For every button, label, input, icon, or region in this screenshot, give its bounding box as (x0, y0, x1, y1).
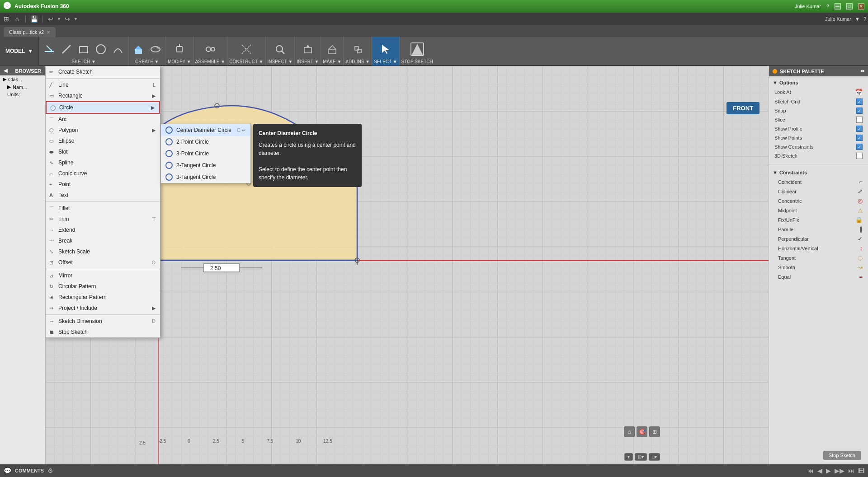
modify-section-label[interactable]: MODIFY ▼ (168, 59, 191, 65)
addins-icon[interactable] (349, 41, 366, 57)
concentric-icon[interactable]: ◎ (858, 197, 863, 204)
sketch-grid-checkbox[interactable] (856, 98, 863, 105)
menu-item-rectangular-pattern[interactable]: ⊞ Rectangular Pattern (46, 292, 160, 303)
make-icon[interactable] (324, 41, 340, 57)
submenu-3tangent-circle[interactable]: 3-Tangent Circle (161, 171, 250, 183)
inspect-section-label[interactable]: INSPECT ▼ (268, 59, 293, 65)
save-icon[interactable]: 💾 (29, 14, 38, 23)
stop-sketch-palette-button[interactable]: Stop Sketch (823, 451, 861, 460)
nav-home-button[interactable]: ⌂ (624, 426, 635, 437)
grid-button[interactable]: ⊞▾ (635, 453, 647, 461)
menu-item-trim[interactable]: ✂ Trim T (46, 214, 160, 224)
select-section-label[interactable]: SELECT ▼ (374, 59, 397, 65)
stop-sketch-toolbar-icon[interactable] (409, 41, 425, 57)
minimize-button[interactable]: — (835, 3, 841, 9)
snap-checkbox[interactable] (856, 108, 863, 114)
coincident-icon[interactable]: ⌐ (859, 178, 863, 185)
sketch-circle-icon[interactable] (93, 41, 109, 57)
construct-icon[interactable] (238, 41, 255, 57)
create-revolve-icon[interactable] (147, 41, 164, 57)
constraints-section-header[interactable]: ▼ Constraints (769, 168, 868, 177)
slice-checkbox[interactable] (856, 117, 863, 123)
midpoint-icon[interactable]: △ (858, 207, 863, 214)
menu-item-stop-sketch[interactable]: ⏹ Stop Sketch (46, 327, 160, 337)
create-section-label[interactable]: CREATE ▼ (135, 59, 159, 65)
sketch-create-sketch-icon[interactable] (41, 41, 57, 57)
stop-sketch-label[interactable]: STOP SKETCH (401, 59, 433, 65)
menu-item-fillet[interactable]: ⌒ Fillet (46, 203, 160, 214)
display-mode-button[interactable]: ▾ (624, 453, 633, 461)
menu-item-ellipse[interactable]: ⬭ Ellipse (46, 136, 160, 146)
menu-item-sketch-scale[interactable]: ⤡ Sketch Scale (46, 246, 160, 257)
help-menu-icon[interactable]: ? (863, 16, 866, 22)
make-section-label[interactable]: MAKE ▼ (323, 59, 341, 65)
menu-item-text[interactable]: A Text (46, 190, 160, 201)
browser-item-class[interactable]: ▶ Clas... (0, 75, 45, 83)
playback-play-button[interactable]: ▶ (826, 467, 831, 474)
submenu-center-diameter-circle[interactable]: Center Diameter Circle C ↵ (161, 124, 250, 136)
view-cube-button[interactable]: □▾ (649, 453, 660, 461)
undo-icon[interactable]: ↩ (46, 14, 55, 23)
menu-item-break[interactable]: ⋯ Break (46, 235, 160, 246)
modify-icon[interactable] (171, 41, 188, 57)
menu-item-circular-pattern[interactable]: ↻ Circular Pattern (46, 281, 160, 292)
menu-item-create-sketch[interactable]: ✏ Create Sketch (46, 66, 160, 77)
construct-section-label[interactable]: CONSTRUCT ▼ (229, 59, 263, 65)
nav-look-at-button[interactable]: 🎯 (637, 426, 647, 437)
browser-collapse-icon[interactable]: ◀ (4, 68, 7, 74)
colinear-icon[interactable]: ⤢ (858, 188, 863, 195)
sketch-section-label[interactable]: SKETCH ▼ (72, 59, 96, 65)
create-extrude-icon[interactable] (130, 41, 146, 57)
show-points-checkbox[interactable] (856, 135, 863, 141)
select-icon[interactable] (377, 41, 394, 57)
options-section-header[interactable]: ▼ Options (769, 78, 868, 87)
restore-button[interactable]: □ (846, 3, 853, 9)
playback-first-button[interactable]: ⏮ (807, 467, 814, 474)
menu-item-polygon[interactable]: ⬡ Polygon ▶ (46, 125, 160, 136)
inspect-icon[interactable] (272, 41, 288, 57)
menu-item-line[interactable]: ╱ Line L (46, 80, 160, 90)
insert-section-label[interactable]: INSERT ▼ (297, 59, 319, 65)
model-button[interactable]: MODEL ▼ (0, 37, 39, 65)
help-button[interactable]: ? (826, 4, 829, 9)
nav-zoom-extent-button[interactable]: ⊞ (649, 426, 660, 437)
smooth-icon[interactable]: ↝ (858, 264, 863, 271)
menu-item-extend[interactable]: → Extend (46, 224, 160, 235)
close-button[interactable]: ✕ (858, 3, 864, 9)
perpendicular-icon[interactable]: ✓ (858, 235, 863, 242)
sketch-arc-icon[interactable] (110, 41, 126, 57)
menu-item-conic-curve[interactable]: ⌓ Conic curve (46, 168, 160, 179)
parallel-icon[interactable]: ∥ (859, 226, 863, 233)
redo-icon[interactable]: ↪ (63, 14, 72, 23)
submenu-2tangent-circle[interactable]: 2-Tangent Circle (161, 159, 250, 171)
menu-item-project-include[interactable]: ⇒ Project / Include ▶ (46, 303, 160, 313)
playback-next-button[interactable]: ▶▶ (835, 467, 844, 474)
browser-item-name[interactable]: ▶ Nam... (0, 83, 45, 91)
show-profile-checkbox[interactable] (856, 126, 863, 132)
insert-icon[interactable] (300, 41, 316, 57)
menu-item-slot[interactable]: ⬬ Slot (46, 146, 160, 157)
menu-item-arc[interactable]: ⌒ Arc (46, 114, 160, 125)
settings-icon[interactable]: ⚙ (47, 467, 53, 474)
sketch-rect-icon[interactable] (75, 41, 92, 57)
submenu-2point-circle[interactable]: 2-Point Circle (161, 136, 250, 148)
palette-expand-icon[interactable]: ⇔ (860, 68, 864, 74)
canvas-area[interactable]: 10.00 2.50 -2.5 0 2.5 5 7.5 10 12.5 5 2.… (45, 66, 769, 464)
fix-icon[interactable]: 🔒 (855, 216, 863, 223)
menu-item-point[interactable]: + Point (46, 179, 160, 190)
sketch-line-icon[interactable] (58, 41, 75, 57)
equal-icon[interactable]: = (859, 273, 863, 280)
menu-item-sketch-dimension[interactable]: ↔ Sketch Dimension D (46, 316, 160, 327)
assemble-icon[interactable] (202, 41, 218, 57)
menu-item-spline[interactable]: ∿ Spline (46, 157, 160, 168)
menu-item-mirror[interactable]: ⊿ Mirror (46, 270, 160, 281)
playback-last-button[interactable]: ⏭ (848, 467, 854, 474)
home-icon[interactable]: ⌂ (13, 14, 22, 23)
horizontal-vertical-icon[interactable]: ↕ (860, 245, 863, 252)
addins-section-label[interactable]: ADD-INS ▼ (345, 59, 370, 65)
submenu-3point-circle[interactable]: 3-Point Circle (161, 148, 250, 159)
assemble-section-label[interactable]: ASSEMBLE ▼ (195, 59, 226, 65)
menu-item-rectangle[interactable]: ▭ Rectangle ▶ (46, 90, 160, 101)
show-constraints-checkbox[interactable] (856, 144, 863, 150)
active-tab[interactable]: Class p...tick v2 ✕ (4, 27, 56, 37)
